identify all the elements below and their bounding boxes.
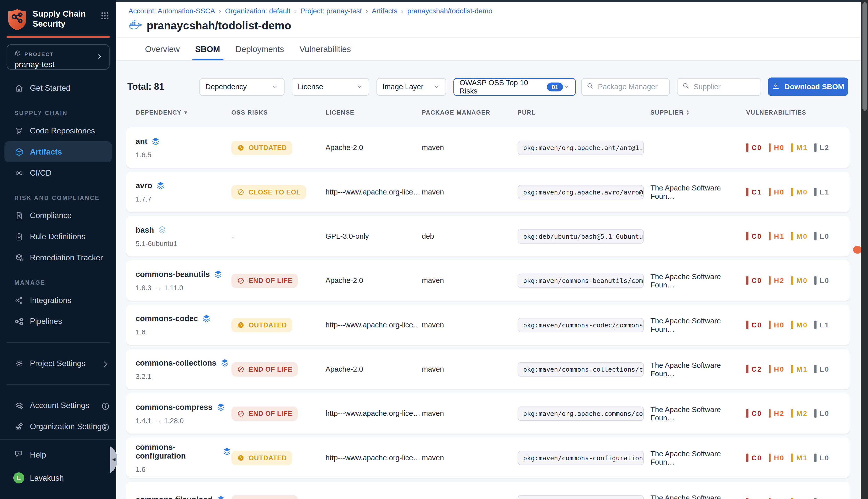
dependency-name[interactable]: commons-codec (136, 314, 198, 322)
vuln-count-low[interactable]: L1 (815, 320, 830, 329)
purl-chip[interactable]: pkg:maven/org.apache.commons/com… (518, 406, 644, 421)
column-header-license[interactable]: LICENSE (325, 109, 422, 115)
sidebar-item-remediation-tracker[interactable]: Remediation Tracker (0, 247, 116, 268)
vuln-count-critical[interactable]: C0 (746, 409, 762, 417)
license-filter-dropdown[interactable]: License (292, 78, 370, 96)
vuln-count-medium[interactable]: M1 (791, 144, 808, 152)
vuln-count-high[interactable]: H2 (769, 276, 785, 285)
column-header-vulnerabilities[interactable]: VULNERABILITIES (746, 109, 840, 115)
table-row[interactable]: commons-beanutils1.8.3→1.11.0END OF LIFE… (126, 260, 850, 301)
breadcrumb-link[interactable]: Organization: default (225, 7, 290, 15)
grid-dots-icon[interactable] (100, 11, 110, 20)
vuln-count-medium[interactable]: M0 (791, 276, 808, 285)
owasp-filter-dropdown[interactable]: OWASP OSS Top 10 Risks 01 (453, 78, 576, 96)
sidebar-item-compliance[interactable]: Compliance (0, 205, 116, 226)
column-header-oss-risks[interactable]: OSS RISKS (231, 109, 325, 115)
purl-chip[interactable]: pkg:maven/commons-fileupload/… (518, 495, 644, 499)
table-row[interactable]: avro1.7.7CLOSE TO EOLhttp---www.apache.o… (126, 172, 850, 212)
vuln-count-critical[interactable]: C1 (746, 188, 762, 196)
vuln-count-medium[interactable]: M0 (791, 498, 808, 499)
table-row[interactable]: bash5.1-6ubuntu1-GPL-3.0-onlydebpkg:deb/… (126, 216, 850, 257)
vuln-count-low[interactable]: L0 (815, 276, 830, 285)
dependency-name[interactable]: bash (136, 225, 154, 234)
vuln-count-high[interactable]: H0 (769, 320, 785, 329)
table-row[interactable]: commons-collections3.2.1END OF LIFEApach… (126, 349, 850, 389)
purl-chip[interactable]: pkg:maven/org.apache.avro/avro@1… (518, 185, 644, 199)
package-manager-search-input[interactable] (594, 82, 665, 91)
vuln-count-critical[interactable]: C1 (746, 498, 762, 499)
vuln-count-critical[interactable]: C0 (746, 276, 762, 285)
dependency-filter-dropdown[interactable]: Dependency (199, 78, 284, 96)
vuln-count-critical[interactable]: C0 (746, 232, 762, 241)
vuln-count-low[interactable]: L0 (815, 232, 830, 241)
vuln-count-low[interactable]: L0 (815, 409, 830, 417)
purl-chip[interactable]: pkg:maven/commons-beanutils/comm… (518, 273, 644, 288)
dependency-name[interactable]: commons-collections (136, 358, 216, 367)
vuln-count-critical[interactable]: C0 (746, 453, 762, 462)
vuln-count-critical[interactable]: C0 (746, 320, 762, 329)
user-menu[interactable]: L Lavakush (0, 468, 116, 487)
vuln-count-low[interactable]: L0 (815, 498, 830, 499)
vuln-count-critical[interactable]: C0 (746, 144, 762, 152)
purl-chip[interactable]: pkg:maven/org.apache.ant/ant@1.6… (518, 141, 644, 155)
vuln-count-high[interactable]: H2 (769, 409, 785, 417)
sidebar-item-get-started[interactable]: Get Started (0, 78, 116, 99)
vuln-count-low[interactable]: L2 (815, 144, 830, 152)
table-row[interactable]: commons-fileuploadEND OF LIFEApache-2.0m… (126, 482, 850, 499)
table-row[interactable]: commons-configuration1.6OUTDATEDhttp---w… (126, 437, 850, 478)
purl-chip[interactable]: pkg:maven/commons-collections/co… (518, 362, 644, 376)
sidebar-item-code-repositories[interactable]: Code Repositories (0, 120, 116, 141)
table-row[interactable]: commons-codec1.6OUTDATEDhttp---www.apach… (126, 305, 850, 345)
vuln-count-high[interactable]: H0 (769, 453, 785, 462)
dependency-name[interactable]: commons-fileupload (136, 495, 212, 499)
table-row[interactable]: ant1.6.5OUTDATEDApache-2.0mavenpkg:maven… (126, 127, 850, 168)
dependency-name[interactable]: avro (136, 181, 152, 190)
vuln-count-medium[interactable]: M0 (791, 188, 808, 196)
column-header-purl[interactable]: PURL (518, 109, 650, 115)
sidebar-item-pipelines[interactable]: Pipelines (0, 311, 116, 332)
scrollbar-thumb[interactable] (862, 2, 867, 111)
vuln-count-medium[interactable]: M2 (791, 409, 808, 417)
vuln-count-medium[interactable]: M0 (791, 232, 808, 241)
vuln-count-high[interactable]: H0 (769, 498, 785, 499)
download-sbom-button[interactable]: Download SBOM (768, 78, 848, 96)
project-selector[interactable]: PROJECT pranay-test (7, 44, 110, 70)
purl-chip[interactable]: pkg:maven/commons-codec/commons-… (518, 318, 644, 332)
dependency-name[interactable]: commons-beanutils (136, 269, 210, 278)
tab-sbom[interactable]: SBOM (195, 38, 220, 60)
dependency-name[interactable]: commons-compress (136, 402, 212, 411)
sidebar-item-integrations[interactable]: Integrations (0, 290, 116, 311)
vuln-count-low[interactable]: L1 (815, 188, 830, 196)
vuln-count-high[interactable]: H0 (769, 188, 785, 196)
supplier-search-input[interactable] (690, 82, 756, 91)
vuln-count-critical[interactable]: C2 (746, 365, 762, 373)
vuln-count-high[interactable]: H0 (769, 365, 785, 373)
table-row[interactable]: commons-compress1.4.1→1.28.0END OF LIFEh… (126, 393, 850, 434)
dependency-name[interactable]: ant (136, 136, 147, 145)
breadcrumb-link[interactable]: Account: Automation-SSCA (128, 7, 215, 15)
sidebar-item-rule-definitions[interactable]: Rule Definitions (0, 226, 116, 247)
breadcrumb-link[interactable]: Artifacts (372, 7, 397, 15)
breadcrumb-link[interactable]: Project: pranay-test (300, 7, 362, 15)
tab-vulnerabilities[interactable]: Vulnerabilities (300, 38, 351, 60)
vuln-count-medium[interactable]: M1 (791, 453, 808, 462)
sidebar-item-organization-settings[interactable]: Organization Settings (0, 416, 116, 437)
purl-chip[interactable]: pkg:deb/ubuntu/bash@5.1-6ubuntu1 (518, 229, 644, 243)
vuln-count-medium[interactable]: M0 (791, 320, 808, 329)
column-header-supplier[interactable]: SUPPLIER▴▾ (650, 109, 746, 115)
tab-deployments[interactable]: Deployments (236, 38, 284, 60)
vuln-count-medium[interactable]: M1 (791, 365, 808, 373)
vuln-count-high[interactable]: H0 (769, 144, 785, 152)
vuln-count-low[interactable]: L0 (815, 365, 830, 373)
dependency-name[interactable]: commons-configuration (136, 442, 219, 460)
sidebar-item-ci-cd[interactable]: CI/CD (0, 162, 116, 183)
column-header-package-manager[interactable]: PACKAGE MANAGER (422, 109, 518, 115)
image-layer-filter-dropdown[interactable]: Image Layer (376, 78, 446, 96)
sidebar-item-artifacts[interactable]: Artifacts (4, 141, 112, 162)
purl-chip[interactable]: pkg:maven/commons-configuration/… (518, 451, 644, 465)
help-button[interactable]: ? Help (0, 445, 116, 464)
column-header-dependency[interactable]: DEPENDENCY▾ (136, 109, 231, 115)
breadcrumb-link[interactable]: pranaycshah/todolist-demo (407, 7, 493, 15)
tab-overview[interactable]: Overview (145, 38, 179, 60)
vuln-count-low[interactable]: L0 (815, 453, 830, 462)
